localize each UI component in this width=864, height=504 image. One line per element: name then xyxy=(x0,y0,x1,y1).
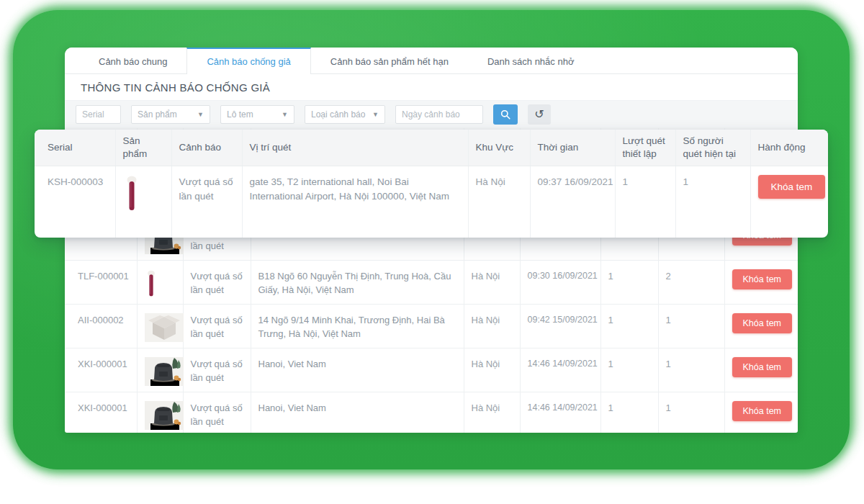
column-header: Sản phẩm xyxy=(115,130,171,166)
product-image-cell xyxy=(137,348,183,392)
magnifier-icon xyxy=(500,109,510,120)
region-cell: Hà Nội xyxy=(464,348,520,392)
reset-button[interactable]: ↺ xyxy=(528,104,551,125)
product-image-cell xyxy=(137,392,183,433)
current-scanners-cell: 1 xyxy=(675,166,750,238)
lock-stamp-button[interactable]: Khóa tem xyxy=(732,313,793,333)
table-row: TLF-000001 Vượt quá số lần quétB18 Ngõ 6… xyxy=(65,260,798,304)
tab-2[interactable]: Cảnh báo chống giả xyxy=(186,48,310,74)
lock-stamp-button[interactable]: Khóa tem xyxy=(732,357,793,377)
region-cell: Hà Nội xyxy=(464,392,520,433)
action-cell: Khóa tem xyxy=(724,392,798,433)
serial-cell: TLF-000001 xyxy=(65,260,137,304)
scan-time-cell: 09:30 16/09/2021 xyxy=(520,260,600,304)
alert-type-cell: Vượt quá số lần quét xyxy=(183,304,251,348)
undo-arrow-icon: ↺ xyxy=(534,109,544,120)
product-select-label: Sản phẩm xyxy=(138,109,177,120)
scans-set-cell: 1 xyxy=(600,304,658,348)
alert-type-cell: Vượt quá số lần quét xyxy=(183,260,251,304)
table-row: KSH-000003 Vượt quá số lần quétgate 35, … xyxy=(35,166,828,238)
scans-set-cell: 1 xyxy=(600,392,658,433)
column-header: Hành động xyxy=(750,130,828,166)
product-image-tube-icon xyxy=(123,175,140,212)
stamp-lot-select[interactable]: Lô tem ▼ xyxy=(220,105,294,124)
scan-location-cell: Hanoi, Viet Nam xyxy=(251,392,464,433)
product-image-cooker-icon xyxy=(145,357,184,386)
serial-cell: XKI-000001 xyxy=(65,392,137,433)
featured-row-table: SerialSản phẩmCảnh báoVị trí quétKhu Vực… xyxy=(35,130,828,238)
warning-panel-card: Cảnh báo chungCảnh báo chống giảCảnh báo… xyxy=(65,48,798,433)
chevron-down-icon: ▼ xyxy=(282,111,288,118)
scan-time-cell: 09:37 16/09/2021 xyxy=(530,166,615,238)
tab-bar: Cảnh báo chungCảnh báo chống giảCảnh báo… xyxy=(65,48,798,74)
column-header: Khu Vực xyxy=(468,130,530,166)
column-header: Serial xyxy=(35,130,115,166)
scans-set-cell: 1 xyxy=(600,348,658,392)
action-cell: Khóa tem xyxy=(724,304,798,348)
table-row: XKI-000001 Vượt quá số lần quétHanoi, Vi… xyxy=(65,348,798,392)
region-cell: Hà Nội xyxy=(464,304,520,348)
column-header: Vị trí quét xyxy=(242,130,468,166)
column-header: Thời gian xyxy=(530,130,615,166)
current-scanners-cell: 1 xyxy=(658,392,724,433)
action-cell: Khóa tem xyxy=(724,348,798,392)
lock-stamp-button[interactable]: Khóa tem xyxy=(758,175,826,199)
column-header: Lượt quét thiết lập xyxy=(615,130,675,166)
current-scanners-cell: 1 xyxy=(658,348,724,392)
product-image-cell xyxy=(137,304,183,348)
lock-stamp-button[interactable]: Khóa tem xyxy=(732,401,793,421)
current-scanners-cell: 1 xyxy=(658,304,724,348)
alert-type-cell: Vượt quá số lần quét xyxy=(183,348,251,392)
serial-input[interactable] xyxy=(76,105,121,124)
page-title: THÔNG TIN CẢNH BÁO CHỐNG GIẢ xyxy=(65,74,798,101)
serial-cell: XKI-000001 xyxy=(65,348,137,392)
action-cell: Khóa tem xyxy=(750,166,828,238)
search-button[interactable] xyxy=(493,104,518,125)
chevron-down-icon: ▼ xyxy=(197,111,204,118)
scans-set-cell: 1 xyxy=(615,166,675,238)
scan-time-cell: 14:46 14/09/2021 xyxy=(520,348,600,392)
lock-stamp-button[interactable]: Khóa tem xyxy=(732,269,793,289)
alert-type-cell: Vượt quá số lần quét xyxy=(183,392,251,433)
scan-location-cell: B18 Ngõ 60 Nguyễn Thị Định, Trung Hoà, C… xyxy=(251,260,464,304)
table-header-row: SerialSản phẩmCảnh báoVị trí quétKhu Vực… xyxy=(35,130,828,166)
column-header: Cảnh báo xyxy=(171,130,242,166)
scan-time-cell: 14:46 14/09/2021 xyxy=(520,392,600,433)
region-cell: Hà Nội xyxy=(464,260,520,304)
scan-location-cell: 14 Ngõ 9/14 Minh Khai, Trương Định, Hai … xyxy=(251,304,464,348)
product-image-box-icon xyxy=(145,313,184,342)
chevron-down-icon: ▼ xyxy=(372,111,379,118)
action-cell: Khóa tem xyxy=(724,260,798,304)
tab-1[interactable]: Cảnh báo chung xyxy=(79,48,186,73)
product-image-cell xyxy=(115,166,171,238)
product-image-tube-icon xyxy=(145,269,158,298)
product-image-cooker-icon xyxy=(145,401,184,430)
alert-type-cell: Vượt quá số lần quét xyxy=(171,166,242,238)
tab-4[interactable]: Danh sách nhắc nhở xyxy=(468,48,594,73)
alert-type-select-label: Loại cảnh báo xyxy=(311,109,365,120)
alert-date-input[interactable] xyxy=(395,105,483,124)
filter-bar: Sản phẩm ▼ Lô tem ▼ Loại cảnh báo ▼ ↺ xyxy=(65,101,798,128)
product-select[interactable]: Sản phẩm ▼ xyxy=(131,105,210,124)
scan-location-cell: Hanoi, Viet Nam xyxy=(251,348,464,392)
scan-location-cell: gate 35, T2 international hall, Noi Bai … xyxy=(242,166,468,238)
scans-set-cell: 1 xyxy=(600,260,658,304)
serial-cell: AII-000002 xyxy=(65,304,137,348)
scan-time-cell: 09:42 15/09/2021 xyxy=(520,304,600,348)
alert-type-select[interactable]: Loại cảnh báo ▼ xyxy=(305,105,385,124)
current-scanners-cell: 2 xyxy=(658,260,724,304)
product-image-cell xyxy=(137,260,183,304)
featured-row-card: SerialSản phẩmCảnh báoVị trí quétKhu Vực… xyxy=(35,130,828,238)
table-row: XKI-000001 Vượt quá số lần quétHanoi, Vi… xyxy=(65,392,798,433)
serial-cell: KSH-000003 xyxy=(35,166,115,238)
column-header: Số người quét hiện tại xyxy=(675,130,750,166)
region-cell: Hà Nội xyxy=(468,166,530,238)
tab-3[interactable]: Cảnh báo sản phẩm hết hạn xyxy=(311,48,468,73)
table-row: AII-000002 Vượt quá số lần quét14 Ngõ 9/… xyxy=(65,304,798,348)
stamp-lot-select-label: Lô tem xyxy=(227,109,253,120)
